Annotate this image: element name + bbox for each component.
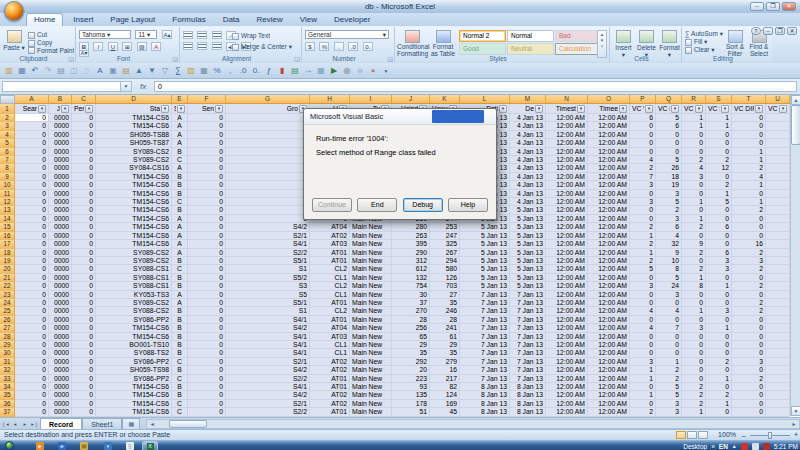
grid-cell[interactable]: 0 [630, 333, 656, 341]
grid-cell[interactable]: 0 [188, 400, 226, 408]
align-bottom-icon[interactable] [212, 31, 222, 39]
grid-cell[interactable]: AT02 [310, 391, 350, 399]
grid-cell[interactable]: 18 [656, 173, 682, 181]
grid-cell[interactable]: 241 [430, 324, 460, 332]
grid-cell[interactable]: SY089-CS2 [96, 156, 172, 164]
grid-cell[interactable]: 0 [15, 291, 49, 299]
row-number[interactable]: 24 [0, 299, 15, 307]
grid-cell[interactable]: Main New [350, 249, 392, 257]
column-header-K[interactable]: K [430, 95, 460, 104]
grid-cell[interactable]: 12:00 AM [546, 299, 588, 307]
grid-cell[interactable]: AT02 [310, 232, 350, 240]
grid-cell[interactable]: 5 [656, 156, 682, 164]
grid-cell[interactable]: 6 [706, 223, 732, 231]
grid-cell[interactable]: 12:00 AM [588, 223, 630, 231]
grid-cell[interactable]: SY088-CS1 [96, 274, 172, 282]
row-number[interactable]: 19 [0, 257, 15, 265]
grid-cell[interactable]: S3 [226, 282, 310, 290]
grid-cell[interactable]: 0 [72, 400, 96, 408]
grid-cell[interactable]: S2/2 [226, 375, 310, 383]
clear-icon[interactable]: × [367, 65, 379, 77]
column-header-M[interactable]: M [510, 95, 546, 104]
grid-cell[interactable]: 7 Jan 13 [460, 358, 510, 366]
grid-cell[interactable]: 0 [706, 299, 732, 307]
grid-cell[interactable] [766, 391, 790, 399]
grid-cell[interactable]: 12:00 AM [588, 291, 630, 299]
grid-cell[interactable]: 0000 [49, 408, 72, 416]
grid-cell[interactable]: S1 [226, 307, 310, 315]
grid-cell[interactable]: 0000 [49, 198, 72, 206]
grid-cell[interactable]: 9 [682, 240, 706, 248]
grid-cell[interactable]: 0 [72, 316, 96, 324]
grid-cell[interactable]: B [172, 307, 188, 315]
grid-cell[interactable]: 0 [72, 173, 96, 181]
grid-cell[interactable]: 12:00 AM [546, 324, 588, 332]
row-number[interactable]: 16 [0, 232, 15, 240]
grid-cell[interactable]: 0 [15, 240, 49, 248]
grid-cell[interactable]: 0 [72, 139, 96, 147]
row-number[interactable]: 37 [0, 408, 15, 416]
grid-cell[interactable]: 12:00 AM [588, 265, 630, 273]
grid-cell[interactable]: 0 [15, 122, 49, 130]
grid-cell[interactable]: 0 [732, 333, 766, 341]
grid-cell[interactable]: 0 [15, 156, 49, 164]
grid-cell[interactable]: 1 [706, 375, 732, 383]
grid-cell[interactable]: 5 Jan 13 [460, 265, 510, 273]
grid-cell[interactable]: TM154-CS6 [96, 181, 172, 189]
grid-cell[interactable]: 2 [682, 391, 706, 399]
grid-cell[interactable] [766, 114, 790, 122]
grid-cell[interactable]: 0 [656, 139, 682, 147]
grid-cell[interactable]: 0 [15, 164, 49, 172]
grid-cell[interactable]: 279 [430, 358, 460, 366]
comma-icon[interactable]: , [224, 65, 236, 77]
grid-cell[interactable]: AT04 [310, 223, 350, 231]
row-number[interactable]: 8 [0, 164, 15, 172]
grid-cell[interactable]: 4 [656, 307, 682, 315]
grid-cell[interactable]: 12:00 AM [546, 375, 588, 383]
row-number[interactable]: 10 [0, 181, 15, 189]
grid-cell[interactable]: 3 [630, 181, 656, 189]
grid-cell[interactable]: 5 Jan 13 [460, 257, 510, 265]
row-number[interactable]: 20 [0, 265, 15, 273]
field-header-sear[interactable]: Sear▼ [15, 104, 49, 114]
grid-cell[interactable]: 0 [682, 181, 706, 189]
grid-cell[interactable] [766, 240, 790, 248]
grow-font-icon[interactable]: A▴ [162, 30, 172, 39]
grid-cell[interactable]: B [172, 148, 188, 156]
grid-cell[interactable]: TM154-CS6 [96, 223, 172, 231]
grid-cell[interactable]: CL2 [310, 282, 350, 290]
filter-dropdown-icon[interactable]: ▼ [695, 105, 703, 113]
grid-cell[interactable]: TM154-CS6 [96, 198, 172, 206]
grid-cell[interactable]: 0 [630, 274, 656, 282]
grid-cell[interactable]: 4 Jan 13 [510, 148, 546, 156]
close-icon[interactable]: ✕ [782, 2, 796, 11]
grid-cell[interactable]: 0 [706, 215, 732, 223]
field-header-peri[interactable]: Peri▼ [72, 104, 96, 114]
grid-cell[interactable]: 5 Jan 13 [510, 232, 546, 240]
grid-cell[interactable]: 3 [656, 400, 682, 408]
grid-cell[interactable]: 12:00 AM [588, 366, 630, 374]
grid-cell[interactable]: 4 Jan 13 [510, 122, 546, 130]
grid-cell[interactable]: 9 [656, 249, 682, 257]
grid-cell[interactable]: 0000 [49, 316, 72, 324]
grid-cell[interactable]: 0 [656, 316, 682, 324]
grid-cell[interactable]: 0 [732, 139, 766, 147]
notepad-icon[interactable]: ▯ [126, 442, 134, 450]
grid-cell[interactable]: 0000 [49, 122, 72, 130]
grid-cell[interactable]: 0 [706, 291, 732, 299]
align-center-icon[interactable] [197, 42, 207, 50]
borders-icon[interactable]: ⊞ [122, 42, 132, 51]
grid-cell[interactable]: 0 [72, 282, 96, 290]
grid-cell[interactable]: 612 [392, 265, 430, 273]
grid-cell[interactable]: 12:00 AM [588, 307, 630, 315]
grid-cell[interactable]: 0 [188, 164, 226, 172]
grid-cell[interactable]: S4/1 [226, 240, 310, 248]
column-header-R[interactable]: R [682, 95, 706, 104]
grid-cell[interactable]: Main New [350, 232, 392, 240]
grid-cell[interactable] [766, 173, 790, 181]
grid-cell[interactable]: 3 [630, 358, 656, 366]
grid-cell[interactable]: 12:00 AM [588, 190, 630, 198]
vertical-scrollbar[interactable]: ▲ ▼ [790, 95, 800, 416]
grid-cell[interactable]: 0 [630, 190, 656, 198]
grid-cell[interactable]: 0 [15, 383, 49, 391]
